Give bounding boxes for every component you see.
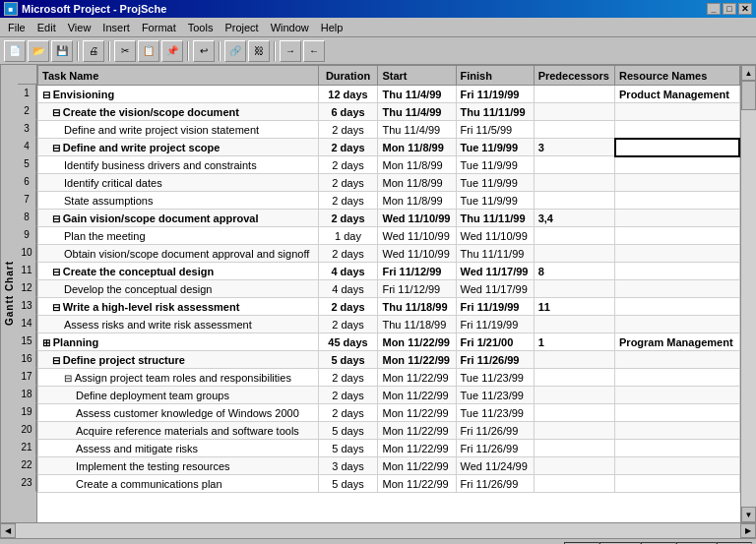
duration-cell[interactable]: 45 days xyxy=(318,333,378,351)
table-row[interactable]: ⊞ Planning45 daysMon 11/22/99Fri 1/21/00… xyxy=(38,333,740,351)
start-cell[interactable]: Mon 11/22/99 xyxy=(378,457,456,475)
predecessors-cell[interactable] xyxy=(534,103,614,121)
task-name-cell[interactable]: ⊟ Create the vision/scope document xyxy=(38,103,319,121)
table-row[interactable]: Acquire reference materials and software… xyxy=(38,422,740,440)
task-name-cell[interactable]: State assumptions xyxy=(38,192,319,210)
resources-cell[interactable] xyxy=(615,192,739,210)
start-cell[interactable]: Mon 11/8/99 xyxy=(378,192,456,210)
resources-cell[interactable] xyxy=(615,475,739,493)
duration-cell[interactable]: 2 days xyxy=(318,174,378,192)
table-row[interactable]: Assess and mitigate risks5 daysMon 11/22… xyxy=(38,440,740,457)
predecessors-cell[interactable] xyxy=(534,404,614,422)
start-cell[interactable]: Mon 11/22/99 xyxy=(378,387,456,404)
duration-cell[interactable]: 2 days xyxy=(318,245,378,263)
task-name-cell[interactable]: Create a communications plan xyxy=(38,475,319,493)
table-row[interactable]: Obtain vision/scope document approval an… xyxy=(38,245,740,263)
finish-cell[interactable]: Fri 1/21/00 xyxy=(456,333,534,351)
predecessors-cell[interactable] xyxy=(534,475,614,493)
menu-window[interactable]: Window xyxy=(265,18,315,36)
table-row[interactable]: ⊟ Define and write project scope2 daysMo… xyxy=(38,139,740,156)
predecessors-cell[interactable]: 3,4 xyxy=(534,210,614,227)
scroll-left-button[interactable]: ◀ xyxy=(0,523,16,538)
finish-cell[interactable]: Tue 11/23/99 xyxy=(456,387,534,404)
resources-cell[interactable] xyxy=(615,121,739,139)
duration-cell[interactable]: 2 days xyxy=(318,121,378,139)
finish-cell[interactable]: Fri 11/26/99 xyxy=(456,351,534,369)
menu-format[interactable]: Format xyxy=(136,18,182,36)
outdent-button[interactable]: ← xyxy=(303,40,325,62)
predecessors-cell[interactable]: 1 xyxy=(534,333,614,351)
predecessors-cell[interactable] xyxy=(534,86,614,103)
resources-cell[interactable] xyxy=(615,351,739,369)
finish-cell[interactable]: Fri 11/5/99 xyxy=(456,121,534,139)
task-name-cell[interactable]: Identify business drivers and constraint… xyxy=(38,156,319,174)
table-row[interactable]: Assess customer knowledge of Windows 200… xyxy=(38,404,740,422)
duration-cell[interactable]: 5 days xyxy=(318,440,378,457)
resources-cell[interactable] xyxy=(615,174,739,192)
duration-cell[interactable]: 1 day xyxy=(318,227,378,245)
finish-cell[interactable]: Tue 11/9/99 xyxy=(456,192,534,210)
duration-cell[interactable]: 2 days xyxy=(318,192,378,210)
finish-cell[interactable]: Wed 11/17/99 xyxy=(456,280,534,298)
task-name-cell[interactable]: Assess customer knowledge of Windows 200… xyxy=(38,404,319,422)
resources-cell[interactable] xyxy=(615,422,739,440)
start-cell[interactable]: Mon 11/22/99 xyxy=(378,351,456,369)
scroll-up-button[interactable]: ▲ xyxy=(741,65,756,81)
start-cell[interactable]: Thu 11/4/99 xyxy=(378,103,456,121)
finish-cell[interactable]: Fri 11/26/99 xyxy=(456,475,534,493)
predecessors-cell[interactable] xyxy=(534,227,614,245)
start-cell[interactable]: Thu 11/18/99 xyxy=(378,316,456,333)
resources-cell[interactable] xyxy=(615,440,739,457)
duration-cell[interactable]: 4 days xyxy=(318,280,378,298)
start-cell[interactable]: Mon 11/22/99 xyxy=(378,369,456,387)
save-button[interactable]: 💾 xyxy=(51,40,73,62)
predecessors-cell[interactable] xyxy=(534,369,614,387)
resources-cell[interactable] xyxy=(615,457,739,475)
predecessors-cell[interactable] xyxy=(534,351,614,369)
start-cell[interactable]: Wed 11/10/99 xyxy=(378,227,456,245)
start-cell[interactable]: Wed 11/10/99 xyxy=(378,210,456,227)
predecessors-cell[interactable]: 8 xyxy=(534,263,614,280)
print-button[interactable]: 🖨 xyxy=(83,40,104,62)
unlink-button[interactable]: ⛓ xyxy=(248,40,270,62)
duration-cell[interactable]: 5 days xyxy=(318,351,378,369)
table-row[interactable]: ⊟ Create the conceptual design4 daysFri … xyxy=(38,263,740,280)
finish-cell[interactable]: Tue 11/9/99 xyxy=(456,139,534,156)
finish-cell[interactable]: Tue 11/23/99 xyxy=(456,404,534,422)
task-name-cell[interactable]: ⊟ Assign project team roles and responsi… xyxy=(38,369,319,387)
start-cell[interactable]: Mon 11/8/99 xyxy=(378,156,456,174)
resources-cell[interactable] xyxy=(615,298,739,316)
table-row[interactable]: State assumptions2 daysMon 11/8/99Tue 11… xyxy=(38,192,740,210)
undo-button[interactable]: ↩ xyxy=(193,40,215,62)
duration-cell[interactable]: 2 days xyxy=(318,210,378,227)
task-name-cell[interactable]: Develop the conceptual design xyxy=(38,280,319,298)
table-row[interactable]: Define deployment team groups2 daysMon 1… xyxy=(38,387,740,404)
menu-file[interactable]: File xyxy=(2,18,32,36)
table-row[interactable]: ⊟ Gain vision/scope document approval2 d… xyxy=(38,210,740,227)
task-name-cell[interactable]: Implement the testing resources xyxy=(38,457,319,475)
duration-cell[interactable]: 2 days xyxy=(318,369,378,387)
task-name-cell[interactable]: Define deployment team groups xyxy=(38,387,319,404)
task-name-cell[interactable]: ⊟ Envisioning xyxy=(38,86,319,103)
start-cell[interactable]: Mon 11/8/99 xyxy=(378,174,456,192)
start-cell[interactable]: Mon 11/22/99 xyxy=(378,475,456,493)
start-cell[interactable]: Thu 11/18/99 xyxy=(378,298,456,316)
menu-insert[interactable]: Insert xyxy=(96,18,136,36)
finish-cell[interactable]: Tue 11/9/99 xyxy=(456,174,534,192)
resources-cell[interactable] xyxy=(615,139,739,156)
table-row[interactable]: Define and write project vision statemen… xyxy=(38,121,740,139)
duration-cell[interactable]: 3 days xyxy=(318,457,378,475)
resources-cell[interactable] xyxy=(615,280,739,298)
table-row[interactable]: ⊟ Envisioning12 daysThu 11/4/99Fri 11/19… xyxy=(38,86,740,103)
finish-cell[interactable]: Thu 11/11/99 xyxy=(456,245,534,263)
predecessors-cell[interactable] xyxy=(534,457,614,475)
predecessors-cell[interactable] xyxy=(534,422,614,440)
start-cell[interactable]: Fri 11/12/99 xyxy=(378,263,456,280)
duration-cell[interactable]: 2 days xyxy=(318,298,378,316)
horizontal-scrollbar[interactable]: ◀ ▶ xyxy=(0,522,756,538)
start-cell[interactable]: Mon 11/22/99 xyxy=(378,440,456,457)
task-name-cell[interactable]: ⊟ Write a high-level risk assessment xyxy=(38,298,319,316)
menu-view[interactable]: View xyxy=(62,18,97,36)
maximize-button[interactable]: □ xyxy=(723,3,736,15)
scroll-thumb[interactable] xyxy=(741,81,756,110)
